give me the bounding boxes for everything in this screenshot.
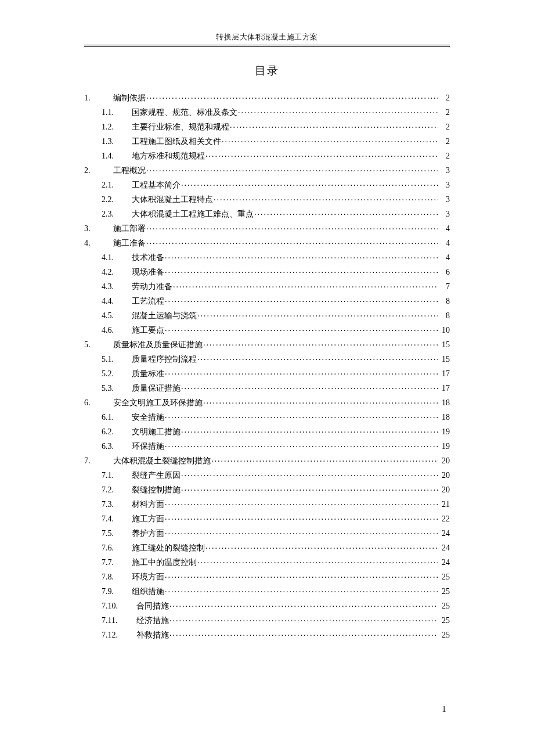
toc-entry-page: 24	[438, 544, 450, 552]
toc-entry-number: 7.	[84, 457, 113, 465]
toc-entry-title: 劳动力准备	[132, 283, 173, 291]
toc-entry[interactable]: 1.编制依据2	[84, 90, 450, 105]
toc-entry-page: 3	[438, 210, 450, 218]
toc-entry-title: 现场准备	[132, 268, 165, 276]
toc-entry-page: 20	[438, 457, 450, 465]
toc-entry[interactable]: 7.7.施工中的温度控制24	[84, 555, 450, 569]
toc-entry-page: 18	[438, 413, 450, 422]
toc-entry-number: 1.	[84, 94, 113, 102]
toc-entry[interactable]: 5.1.质量程序控制流程15	[84, 351, 450, 366]
toc-leader-dots	[165, 267, 438, 275]
toc-entry[interactable]: 7.大体积混凝土裂缝控制措施20	[84, 453, 450, 467]
toc-leader-dots	[211, 455, 438, 463]
toc-entry[interactable]: 7.10.合同措施25	[84, 598, 450, 613]
toc-leader-dots	[197, 310, 438, 318]
toc-entry-title: 大体积混凝土裂缝控制措施	[113, 457, 211, 465]
toc-leader-dots	[254, 208, 438, 217]
toc-entry[interactable]: 5.质量标准及质量保证措施15	[84, 337, 450, 351]
toc-entry-number: 4.2.	[102, 268, 132, 276]
toc-entry[interactable]: 7.1.裂缝产生原因20	[84, 467, 450, 482]
toc-entry-number: 7.1.	[102, 471, 132, 480]
toc-entry-number: 1.1.	[102, 109, 132, 117]
toc-entry[interactable]: 5.3.质量保证措施17	[84, 380, 450, 395]
toc-leader-dots	[165, 441, 438, 449]
toc-entry-number: 4.5.	[102, 312, 132, 320]
toc-entry-title: 文明施工措施	[132, 428, 181, 436]
toc-entry[interactable]: 7.3.材料方面21	[84, 496, 450, 511]
toc-entry[interactable]: 6.1.安全措施18	[84, 409, 450, 424]
toc-entry-page: 25	[438, 602, 450, 610]
toc-entry-page: 25	[438, 617, 450, 625]
toc-entry[interactable]: 2.3.大体积混凝土工程施工难点、重点3	[84, 206, 450, 221]
toc-entry-title: 国家规程、规范、标准及条文	[132, 109, 238, 117]
toc-entry[interactable]: 7.5.养护方面24	[84, 525, 450, 540]
toc-entry[interactable]: 4.1.技术准备4	[84, 250, 450, 264]
toc-entry-page: 8	[438, 297, 450, 305]
header-rule	[84, 46, 450, 47]
toc-entry[interactable]: 2.2.大体积混凝土工程特点3	[84, 192, 450, 206]
toc-entry-title: 裂缝产生原因	[132, 471, 181, 480]
toc-entry-title: 混凝土运输与浇筑	[132, 312, 197, 320]
toc-entry-page: 22	[438, 515, 450, 523]
toc-entry-title: 技术准备	[132, 254, 165, 262]
toc-entry-number: 5.2.	[102, 370, 132, 378]
toc-entry[interactable]: 7.12.补救措施25	[84, 627, 450, 642]
toc-entry[interactable]: 7.11.经济措施25	[84, 613, 450, 627]
toc-entry-number: 6.3.	[102, 442, 132, 451]
document-header: 转换层大体积混凝土施工方案	[84, 33, 450, 45]
page-number: 1	[438, 705, 450, 714]
toc-entry[interactable]: 7.9.组织措施25	[84, 584, 450, 598]
toc-entry-page: 2	[438, 152, 450, 160]
toc-entry[interactable]: 7.8.环境方面25	[84, 569, 450, 584]
toc-leader-dots	[222, 136, 438, 144]
toc-entry[interactable]: 4.施工准备4	[84, 235, 450, 250]
toc-entry[interactable]: 6.3.环保措施19	[84, 438, 450, 453]
toc-entry[interactable]: 6.安全文明施工及环保措施18	[84, 395, 450, 409]
toc-entry-number: 3.	[84, 225, 113, 233]
toc-entry[interactable]: 4.4.工艺流程8	[84, 293, 450, 308]
toc-leader-dots	[146, 165, 438, 173]
doc-header-title: 转换层大体积混凝土施工方案	[216, 33, 318, 41]
toc-entry[interactable]: 4.3.劳动力准备7	[84, 279, 450, 293]
toc-entry[interactable]: 5.2.质量标准17	[84, 366, 450, 380]
toc-entry[interactable]: 6.2.文明施工措施19	[84, 424, 450, 438]
toc-entry[interactable]: 7.2.裂缝控制措施20	[84, 482, 450, 496]
toc-leader-dots	[205, 150, 438, 159]
toc-leader-dots	[181, 470, 438, 478]
toc-entry-page: 20	[438, 471, 450, 480]
toc-entry[interactable]: 4.5.混凝土运输与浇筑8	[84, 308, 450, 322]
toc-leader-dots	[165, 296, 438, 304]
toc-entry-page: 3	[438, 167, 450, 175]
toc-leader-dots	[197, 354, 438, 362]
toc-entry-number: 1.4.	[102, 152, 132, 160]
toc-leader-dots	[197, 557, 438, 565]
toc-leader-dots	[205, 542, 438, 550]
toc-entry-number: 7.12.	[102, 631, 136, 639]
toc-leader-dots	[165, 571, 438, 579]
toc-leader-dots	[238, 107, 438, 115]
toc-entry-title: 大体积混凝土工程特点	[132, 196, 214, 204]
table-of-contents: 1.编制依据21.1.国家规程、规范、标准及条文21.2.主要行业标准、规范和规…	[84, 90, 450, 642]
toc-entry[interactable]: 4.2.现场准备6	[84, 264, 450, 279]
toc-entry-page: 6	[438, 268, 450, 276]
toc-leader-dots	[181, 426, 438, 434]
toc-entry[interactable]: 2.工程概况3	[84, 163, 450, 177]
toc-entry-number: 6.1.	[102, 413, 132, 422]
toc-entry[interactable]: 4.6.施工要点10	[84, 322, 450, 337]
toc-entry-title: 大体积混凝土工程施工难点、重点	[132, 210, 254, 218]
toc-entry-title: 工程基本简介	[132, 181, 181, 189]
toc-entry-page: 15	[438, 341, 450, 349]
toc-entry[interactable]: 7.6.施工缝处的裂缝控制24	[84, 540, 450, 555]
toc-entry[interactable]: 1.3.工程施工图纸及相关文件2	[84, 134, 450, 148]
toc-entry-title: 施工部署	[113, 225, 146, 233]
toc-entry-title: 主要行业标准、规范和规程	[132, 123, 230, 131]
toc-entry[interactable]: 1.1.国家规程、规范、标准及条文2	[84, 105, 450, 119]
toc-entry[interactable]: 3.施工部署4	[84, 221, 450, 235]
toc-entry[interactable]: 7.4.施工方面22	[84, 511, 450, 525]
toc-entry-number: 7.9.	[102, 588, 132, 596]
toc-entry[interactable]: 1.2.主要行业标准、规范和规程2	[84, 119, 450, 134]
toc-entry[interactable]: 2.1.工程基本简介3	[84, 177, 450, 192]
toc-entry-title: 经济措施	[136, 617, 169, 625]
toc-title: 目录	[84, 63, 450, 78]
toc-entry[interactable]: 1.4.地方标准和规范规程2	[84, 148, 450, 163]
